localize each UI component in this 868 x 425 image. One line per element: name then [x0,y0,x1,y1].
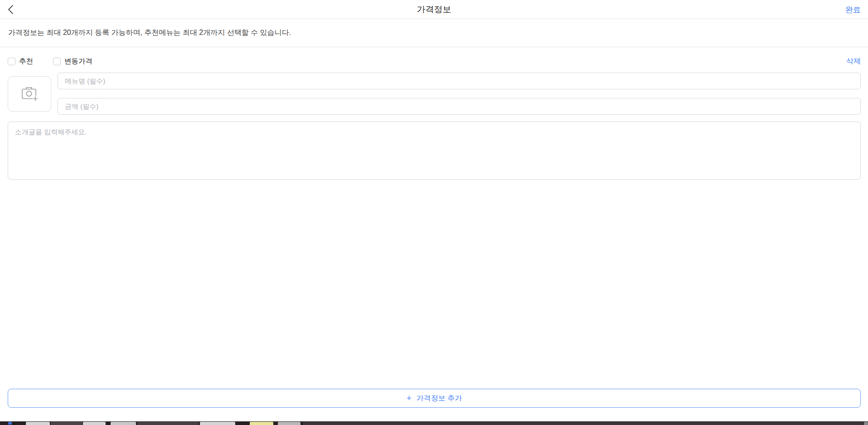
chevron-left-icon [7,5,15,15]
taskbar-window-segment [200,422,235,425]
taskbar-window-segment [864,422,868,425]
form-options-row: 추천 변동가격 삭제 [8,57,861,65]
back-button[interactable] [5,3,17,16]
taskbar-window-segment [26,422,50,425]
taskbar-window-segment [303,422,863,425]
camera-plus-icon [20,86,39,102]
notice-bar: 가격정보는 최대 20개까지 등록 가능하며, 추천메뉴는 최대 2개까지 선택… [0,19,868,47]
menu-fields [58,73,861,115]
add-price-info-button[interactable]: + 가격정보 추가 [8,389,861,408]
taskbar-window-segment [8,422,12,425]
photo-upload-button[interactable] [8,76,51,112]
variable-price-checkbox[interactable]: 변동가격 [53,57,92,66]
price-info-screen: 가격정보 완료 가격정보는 최대 20개까지 등록 가능하며, 추천메뉴는 최대… [0,0,868,425]
add-button-label: 가격정보 추가 [417,394,462,403]
notice-text: 가격정보는 최대 20개까지 등록 가능하며, 추천메뉴는 최대 2개까지 선택… [8,28,291,38]
price-item-form: 추천 변동가격 삭제 [0,57,868,180]
header: 가격정보 완료 [0,0,868,19]
variable-price-label: 변동가격 [64,57,92,66]
checkbox-box[interactable] [53,58,61,65]
done-button[interactable]: 완료 [845,4,861,15]
menu-entry-row [8,73,861,115]
checkbox-box[interactable] [8,58,15,65]
recommend-checkbox[interactable]: 추천 [8,57,33,66]
description-textarea[interactable] [8,122,861,180]
menu-name-input[interactable] [58,73,861,89]
background-taskbar-strip [0,421,868,425]
taskbar-window-segment [83,422,106,425]
recommend-label: 추천 [19,57,33,66]
plus-icon: + [407,394,412,402]
delete-button[interactable]: 삭제 [846,57,861,66]
taskbar-window-segment [111,422,136,425]
taskbar-window-segment [51,422,82,425]
price-input[interactable] [58,98,861,115]
page-title: 가격정보 [417,4,451,15]
taskbar-window-segment [278,422,301,425]
taskbar-window-segment [137,422,199,425]
taskbar-window-segment [250,422,273,425]
